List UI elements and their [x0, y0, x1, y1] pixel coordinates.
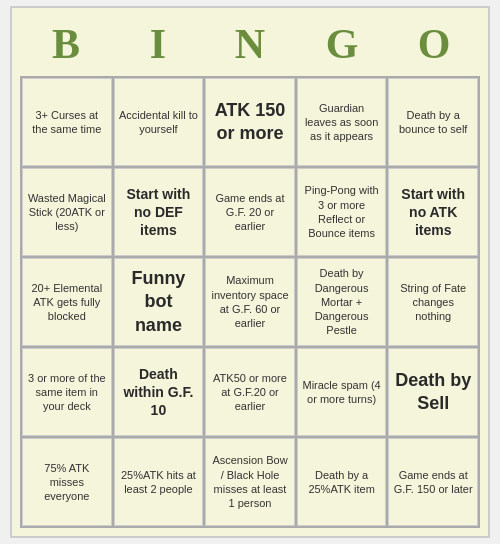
bingo-cell-15: 3 or more of the same item in your deck	[22, 348, 112, 436]
bingo-letter-g: G	[296, 16, 388, 72]
bingo-cell-1: Accidental kill to yourself	[114, 78, 204, 166]
bingo-letter-i: I	[112, 16, 204, 72]
bingo-cell-8: Ping-Pong with 3 or more Reflect or Boun…	[297, 168, 387, 256]
bingo-cell-0: 3+ Curses at the same time	[22, 78, 112, 166]
bingo-cell-17: ATK50 or more at G.F.20 or earlier	[205, 348, 295, 436]
bingo-cell-16: Death within G.F. 10	[114, 348, 204, 436]
bingo-cell-22: Ascension Bow / Black Hole misses at lea…	[205, 438, 295, 526]
bingo-cell-10: 20+ Elemental ATK gets fully blocked	[22, 258, 112, 346]
bingo-cell-13: Death by Dangerous Mortar + Dangerous Pe…	[297, 258, 387, 346]
bingo-cell-3: Guardian leaves as soon as it appears	[297, 78, 387, 166]
bingo-card: BINGO 3+ Curses at the same timeAccident…	[10, 6, 490, 538]
bingo-cell-7: Game ends at G.F. 20 or earlier	[205, 168, 295, 256]
bingo-grid: 3+ Curses at the same timeAccidental kil…	[20, 76, 480, 528]
bingo-cell-11: Funny bot name	[114, 258, 204, 346]
bingo-cell-18: Miracle spam (4 or more turns)	[297, 348, 387, 436]
bingo-letter-n: N	[204, 16, 296, 72]
bingo-cell-14: String of Fate changes nothing	[388, 258, 478, 346]
bingo-cell-19: Death by Sell	[388, 348, 478, 436]
bingo-cell-21: 25%ATK hits at least 2 people	[114, 438, 204, 526]
bingo-cell-5: Wasted Magical Stick (20ATK or less)	[22, 168, 112, 256]
bingo-cell-9: Start with no ATK items	[388, 168, 478, 256]
bingo-cell-20: 75% ATK misses everyone	[22, 438, 112, 526]
bingo-cell-12: Maximum inventory space at G.F. 60 or ea…	[205, 258, 295, 346]
bingo-cell-24: Game ends at G.F. 150 or later	[388, 438, 478, 526]
bingo-letter-o: O	[388, 16, 480, 72]
bingo-cell-2: ATK 150 or more	[205, 78, 295, 166]
bingo-cell-23: Death by a 25%ATK item	[297, 438, 387, 526]
bingo-cell-6: Start with no DEF items	[114, 168, 204, 256]
bingo-letter-b: B	[20, 16, 112, 72]
bingo-header: BINGO	[20, 16, 480, 72]
bingo-cell-4: Death by a bounce to self	[388, 78, 478, 166]
